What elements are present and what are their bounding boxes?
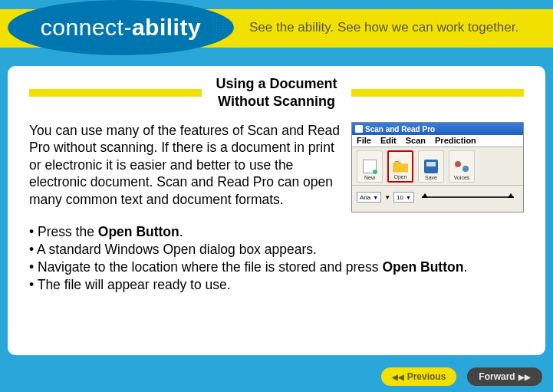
step-1: Press the Open Button.: [29, 223, 524, 241]
title-bar-left: [29, 89, 202, 97]
tagline: See the ability. See how we can work tog…: [249, 20, 518, 35]
toolbar-voices-button: Voices: [449, 150, 475, 183]
chevron-down-icon: ▼: [406, 195, 411, 200]
previous-arrow-icon: ◀◀: [392, 373, 404, 381]
previous-button[interactable]: ◀◀ Previous: [381, 367, 456, 386]
body-paragraph: You can use many of the features of Scan…: [29, 122, 342, 212]
toolbar-new-button: New: [357, 150, 383, 183]
nav-buttons: ◀◀ Previous Forward ▶▶: [381, 367, 542, 386]
toolbar-voices-label: Voices: [454, 175, 470, 180]
ss-menubar: File Edit Scan Prediction: [352, 135, 523, 147]
open-icon: [393, 162, 408, 173]
menu-file: File: [357, 136, 371, 146]
menu-edit: Edit: [380, 136, 397, 146]
logo-part1: connect-: [41, 15, 132, 40]
steps-list: Press the Open Button. A standard Window…: [29, 223, 524, 294]
step-4: The file will appear ready to use.: [29, 276, 524, 294]
menu-prediction: Prediction: [435, 136, 476, 146]
previous-label: Previous: [407, 371, 446, 382]
app-icon: [355, 125, 363, 133]
size-select: 10 ▼: [393, 192, 414, 203]
toolbar-open-button: Open: [387, 150, 413, 183]
font-value: Aria: [360, 194, 370, 201]
slider: [422, 196, 514, 198]
ss-lower-bar: Aria ▼ ▼ 10 ▼: [352, 186, 523, 209]
logo-text: connect-ability: [41, 15, 201, 41]
forward-label: Forward: [479, 371, 515, 382]
step-2: A standard Windows Open dialog box appea…: [29, 241, 524, 259]
logo-part2: ability: [132, 15, 201, 40]
toolbar-open-label: Open: [393, 174, 407, 180]
ss-titlebar: Scan and Read Pro: [352, 123, 523, 135]
voices-icon: [455, 160, 469, 173]
forward-button[interactable]: Forward ▶▶: [467, 367, 542, 386]
header: connect-ability ::::::::::::::::::::: Se…: [0, 0, 553, 58]
toolbar-save-button: Save: [418, 150, 444, 183]
save-icon: [424, 160, 438, 173]
title-row: Using a Document Without Scanning: [29, 75, 524, 110]
content-panel: Using a Document Without Scanning You ca…: [8, 66, 545, 355]
toolbar-save-label: Save: [425, 175, 437, 180]
menu-scan: Scan: [406, 136, 426, 146]
forward-arrow-icon: ▶▶: [518, 373, 531, 381]
app-screenshot: Scan and Read Pro File Edit Scan Predict…: [351, 122, 524, 212]
sep: ▼: [384, 194, 390, 201]
ss-window-title: Scan and Read Pro: [365, 125, 435, 133]
slide-title-line1: Using a Document: [216, 76, 337, 91]
slide-title-line2: Without Scanning: [218, 94, 335, 109]
ss-toolbar: New Open Save Voices: [352, 147, 523, 186]
logo: connect-ability :::::::::::::::::::::: [8, 0, 234, 55]
body-row: You can use many of the features of Scan…: [29, 122, 524, 212]
slide-title: Using a Document Without Scanning: [202, 75, 351, 110]
size-value: 10: [397, 194, 403, 201]
chevron-down-icon: ▼: [373, 195, 378, 200]
title-bar-right: [351, 89, 524, 97]
font-select: Aria ▼: [357, 192, 381, 203]
new-icon: [363, 160, 377, 173]
toolbar-new-label: New: [364, 175, 375, 180]
step-3: Navigate to the location where the file …: [29, 259, 524, 276]
logo-dots-icon: :::::::::::::::::::::: [212, 17, 243, 44]
